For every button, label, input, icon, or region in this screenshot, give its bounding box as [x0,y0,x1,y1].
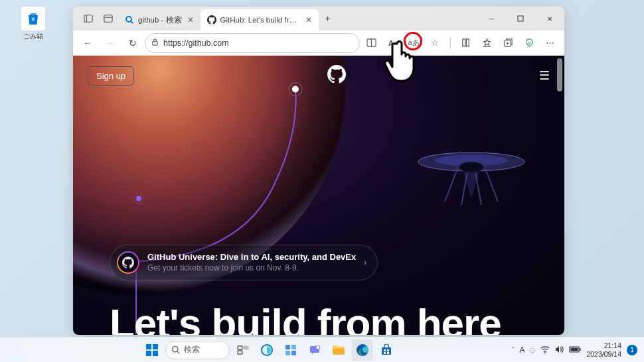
svg-point-5 [126,17,131,22]
site-lock-icon[interactable] [151,38,159,48]
svg-rect-8 [153,41,157,45]
tab-title: github - 検索 [138,15,182,25]
maximize-button[interactable] [506,7,535,30]
recycle-bin-icon [21,7,45,30]
favorites-bar-icon[interactable] [477,33,497,53]
split-screen-icon[interactable] [361,33,381,53]
drone-graphic [412,135,531,221]
svg-rect-39 [333,348,345,355]
menu-button[interactable]: ⋯ [540,33,560,53]
tab-strip: github - 検索 ✕ GitHub: Let's build from h… [73,7,477,30]
banner-text: GitHub Universe: Dive in to AI, security… [147,252,356,273]
address-bar[interactable]: https://github.com [145,33,360,53]
svg-rect-34 [291,345,296,349]
ime-indicator[interactable]: A [519,345,524,355]
page-content: Sign up ☰ GitHub Universe: Dive in to AI… [73,56,564,335]
bing-icon [125,15,134,25]
svg-rect-35 [285,351,290,355]
forward-button[interactable]: → [100,32,121,54]
universe-banner[interactable]: GitHub Universe: Dive in to AI, security… [110,245,378,280]
cloud-icon[interactable]: ◌ [530,347,535,353]
chevron-right-icon: › [364,258,366,267]
volume-icon[interactable] [555,345,564,355]
signup-button[interactable]: Sign up [88,66,134,86]
favorite-icon[interactable]: ☆ [425,33,445,53]
start-button[interactable] [141,339,163,361]
svg-rect-24 [153,344,158,349]
menu-icon[interactable]: ☰ [539,68,550,83]
svg-rect-44 [384,352,386,354]
search-placeholder: 検索 [184,345,200,355]
svg-rect-1 [84,15,92,23]
back-button[interactable]: ← [77,32,98,54]
tab-actions-icon[interactable] [78,9,98,29]
svg-rect-43 [387,349,389,351]
close-icon[interactable]: ✕ [304,14,313,26]
tab-search[interactable]: github - 検索 ✕ [118,9,201,30]
scrollbar[interactable] [556,56,563,335]
github-header: Sign up ☰ [73,65,564,86]
svg-rect-48 [580,348,581,351]
banner-title: GitHub Universe: Dive in to AI, security… [147,252,356,263]
tab-github[interactable]: GitHub: Let's build from here · Gi ✕ [201,9,319,30]
svg-rect-30 [244,346,248,349]
reading-list-icon[interactable] [455,33,475,53]
time-text: 21:14 [586,341,621,349]
svg-rect-45 [387,352,389,354]
svg-rect-29 [238,346,242,349]
svg-line-6 [131,21,133,23]
tray-chevron-icon[interactable]: ˆ [512,346,515,354]
svg-point-27 [172,346,177,351]
store-icon[interactable] [376,339,397,361]
window-controls: ─ ✕ [477,7,564,30]
svg-rect-42 [384,349,386,351]
svg-rect-36 [291,351,296,355]
wifi-icon[interactable] [540,345,550,355]
svg-rect-49 [571,347,578,351]
search-icon [171,345,180,354]
taskbar-center: 検索 [27,339,512,361]
tab-title: GitHub: Let's build from here · Gi [220,16,300,24]
svg-rect-31 [238,351,242,354]
taskbar: 検索 ˆ A ◌ 21:14 2023/09/14 1 [0,337,644,362]
explorer-icon[interactable] [328,339,349,361]
svg-rect-41 [382,347,391,355]
svg-rect-3 [104,15,112,23]
task-view-button[interactable] [232,339,254,361]
recycle-bin[interactable]: ごみ箱 [17,7,50,41]
scrollbar-thumb[interactable] [557,58,562,91]
banner-subtitle: Get your tickets now to join us on Nov. … [147,263,356,274]
hero-heading: Let's build from here [110,300,551,335]
svg-rect-26 [153,351,158,356]
github-icon [207,15,216,25]
chat-icon[interactable] [304,339,325,361]
clock[interactable]: 21:14 2023/09/14 [586,341,621,357]
minimize-button[interactable]: ─ [477,7,506,30]
cursor-hand-icon [380,40,420,85]
url-text: https://github.com [163,38,354,48]
copilot-icon[interactable] [256,339,278,361]
svg-rect-25 [146,351,151,356]
toolbar: ← → ↻ https://github.com A» aあ ☆ ⋯ [73,30,564,56]
battery-icon[interactable] [569,346,581,354]
svg-point-46 [544,351,546,353]
widgets-icon[interactable] [280,339,301,361]
recycle-bin-label: ごみ箱 [17,32,50,41]
new-tab-button[interactable]: + [319,9,337,28]
github-logo-icon[interactable] [327,65,346,86]
titlebar: github - 検索 ✕ GitHub: Let's build from h… [73,7,564,30]
edge-icon[interactable] [352,339,373,361]
refresh-button[interactable]: ↻ [122,32,143,54]
close-window-button[interactable]: ✕ [535,7,564,30]
vertical-tabs-icon[interactable] [98,9,118,29]
browser-window: github - 検索 ✕ GitHub: Let's build from h… [73,7,564,335]
svg-rect-33 [285,345,290,349]
svg-rect-23 [146,344,151,349]
close-icon[interactable]: ✕ [186,14,195,26]
date-text: 2023/09/14 [586,350,621,358]
browser-essentials-icon[interactable] [519,33,539,53]
notification-badge[interactable]: 1 [627,345,637,355]
svg-rect-7 [518,16,523,21]
collections-icon[interactable] [498,33,518,53]
taskbar-search[interactable]: 検索 [165,341,230,359]
